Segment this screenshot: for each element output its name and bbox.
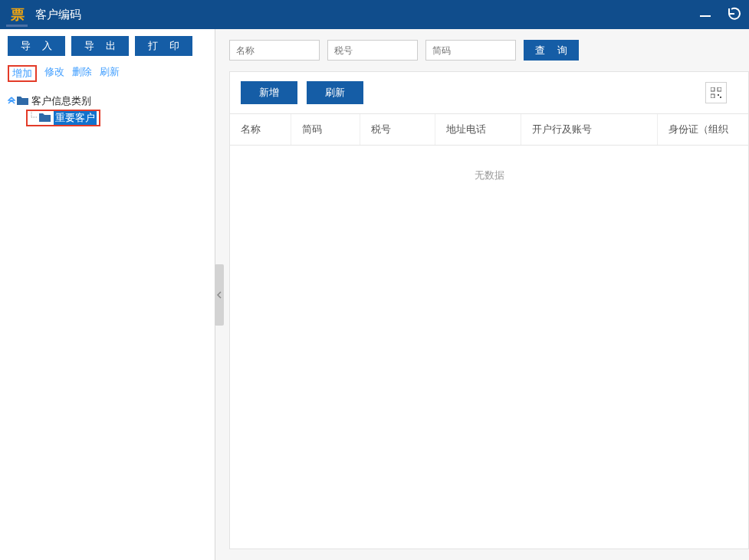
table-header: 名称 简码 税号 地址电话 开户行及账号 身份证（组织: [230, 113, 748, 146]
col-addr[interactable]: 地址电话: [435, 114, 521, 145]
chevron-left-icon: [217, 291, 222, 299]
svg-rect-3: [711, 87, 715, 91]
col-code[interactable]: 简码: [291, 114, 360, 145]
delete-link[interactable]: 删除: [72, 65, 92, 82]
print-button[interactable]: 打 印: [135, 36, 192, 56]
right-panel: 查 询 新增 刷新 名称 简码: [215, 29, 749, 560]
tree-root-label: 客户信息类别: [31, 94, 91, 108]
col-id[interactable]: 身份证（组织: [658, 114, 748, 145]
code-input[interactable]: [425, 40, 516, 61]
refresh-button[interactable]: 刷新: [307, 81, 363, 104]
add-button[interactable]: 新增: [241, 81, 297, 104]
tree-connector: [30, 112, 39, 124]
left-toolbar: 导 入 导 出 打 印: [0, 29, 215, 62]
refresh-link[interactable]: 刷新: [100, 65, 120, 82]
back-icon[interactable]: [726, 5, 743, 25]
folder-icon: [17, 96, 29, 107]
tree-child-row[interactable]: 重要客户: [8, 110, 207, 126]
tree-root-row[interactable]: 客户信息类别: [8, 93, 207, 110]
qr-icon: [711, 87, 721, 98]
import-button[interactable]: 导 入: [8, 36, 65, 56]
minimize-icon[interactable]: [698, 7, 712, 23]
export-button[interactable]: 导 出: [71, 36, 129, 56]
add-link[interactable]: 增加: [8, 65, 37, 82]
col-name[interactable]: 名称: [230, 114, 291, 145]
qr-button[interactable]: [705, 82, 727, 103]
panel-toolbar: 新增 刷新: [230, 72, 748, 113]
name-input[interactable]: [229, 40, 320, 61]
tax-input[interactable]: [327, 40, 418, 61]
splitter-handle[interactable]: [215, 264, 224, 326]
tree: 客户信息类别 重要客户: [0, 85, 215, 134]
svg-rect-7: [720, 97, 721, 98]
logo-text: 票: [6, 5, 28, 27]
col-bank[interactable]: 开户行及账号: [521, 114, 658, 145]
col-tax[interactable]: 税号: [360, 114, 435, 145]
content-panel: 新增 刷新 名称 简码 税号 地址电话 开户行及: [229, 71, 749, 549]
svg-rect-5: [711, 94, 715, 98]
window-title: 客户编码: [35, 8, 698, 22]
query-button[interactable]: 查 询: [524, 40, 579, 61]
titlebar: 票 客户编码: [0, 0, 749, 29]
table-empty: 无数据: [230, 146, 748, 549]
main-area: 导 入 导 出 打 印 增加 修改 删除 刷新 客户信息类别: [0, 29, 749, 560]
tree-child-label: 重要客户: [54, 111, 97, 125]
link-row: 增加 修改 删除 刷新: [0, 62, 215, 85]
svg-rect-4: [718, 87, 721, 91]
app-logo: 票: [6, 5, 28, 25]
svg-rect-6: [718, 94, 719, 96]
folder-icon: [39, 113, 51, 124]
collapse-icon[interactable]: [8, 97, 15, 106]
search-row: 查 询: [229, 40, 749, 61]
left-panel: 导 入 导 出 打 印 增加 修改 删除 刷新 客户信息类别: [0, 29, 215, 560]
edit-link[interactable]: 修改: [44, 65, 64, 82]
